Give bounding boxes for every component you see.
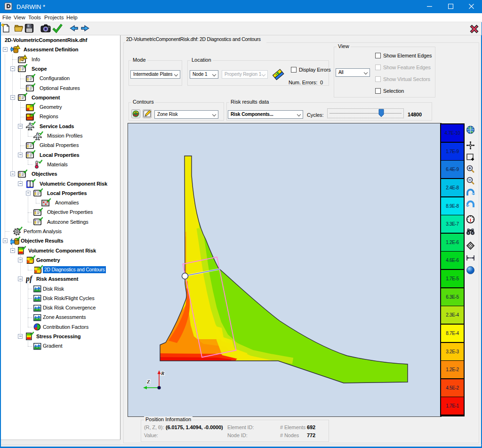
- svg-text:R: R: [161, 370, 164, 376]
- svg-text:pf: pf: [26, 275, 33, 283]
- svg-text:Z: Z: [146, 379, 150, 384]
